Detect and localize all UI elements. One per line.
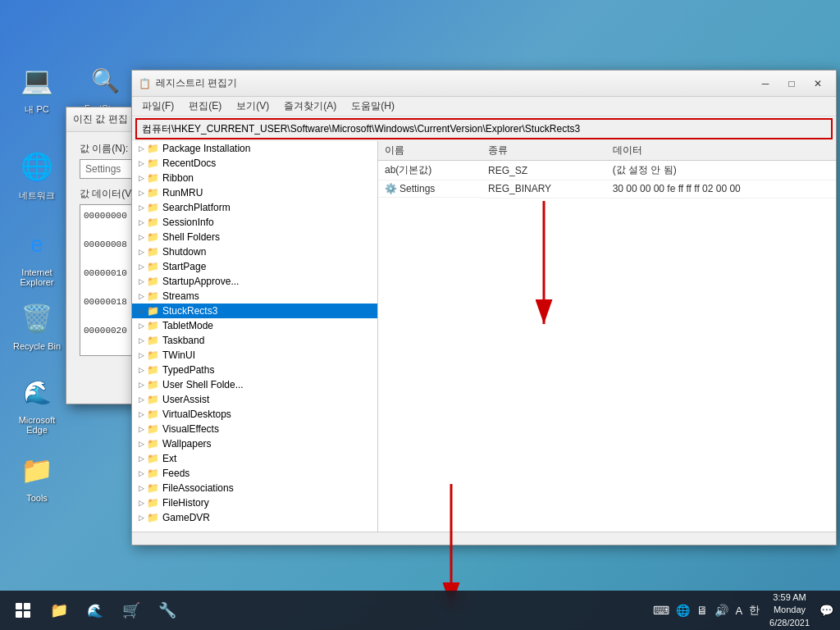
folder-icon: 📁: [147, 305, 160, 317]
folder-icon: 📁: [147, 335, 160, 346]
tree-label: StartupApprove...: [162, 276, 239, 287]
tree-item-visualeffects[interactable]: ▷ 📁 VisualEffects: [132, 422, 377, 436]
tree-item-package[interactable]: ▷ 📁 Package Installation: [132, 141, 377, 156]
tools-label: Tools: [26, 493, 48, 503]
tree-item-wallpapers[interactable]: ▷ 📁 Wallpapers: [132, 436, 377, 451]
expand-icon: ▷: [135, 276, 147, 287]
tree-item-twinui[interactable]: ▷ 📁 TWinUI: [132, 348, 377, 363]
menu-favorites[interactable]: 즐겨찾기(A): [277, 98, 343, 115]
expand-icon: ▷: [135, 438, 147, 450]
svg-rect-6: [16, 611, 22, 618]
tree-item-recentdocs[interactable]: ▷ 📁 RecentDocs: [132, 156, 377, 171]
tree-panel[interactable]: ▷ 📁 Package Installation ▷ 📁 RecentDocs …: [132, 141, 378, 532]
notification-icon[interactable]: 💬: [819, 604, 833, 617]
maximize-button[interactable]: □: [780, 75, 803, 93]
window-title: 레지스트리 편집기: [156, 76, 237, 90]
folder-icon: 📁: [147, 217, 160, 228]
tree-item-fileassociations[interactable]: ▷ 📁 FileAssociations: [132, 481, 377, 495]
tree-item-streams[interactable]: ▷ 📁 Streams: [132, 289, 377, 304]
browser-icon[interactable]: 🌐: [676, 604, 690, 617]
desktop-icon-recycle-bin[interactable]: 🗑️ Recycle Bin: [4, 295, 70, 354]
tree-item-userassist[interactable]: ▷ 📁 UserAssist: [132, 392, 377, 407]
menu-edit[interactable]: 편집(E): [182, 98, 228, 115]
tree-label: UserAssist: [162, 394, 209, 405]
expand-icon: ▷: [135, 409, 147, 420]
expand-icon: ▷: [135, 202, 147, 213]
value-type: REG_SZ: [482, 161, 606, 180]
desktop-icon-ie[interactable]: e InternetExplorer: [4, 221, 70, 290]
tree-item-runmru[interactable]: ▷ 📁 RunMRU: [132, 185, 377, 200]
expand-icon: ▷: [135, 172, 147, 184]
tree-item-typedpaths[interactable]: ▷ 📁 TypedPaths: [132, 363, 377, 377]
display-icon[interactable]: 🖥: [696, 604, 708, 617]
tree-item-searchplatform[interactable]: ▷ 📁 SearchPlatform: [132, 200, 377, 215]
address-bar[interactable]: 컴퓨터\HKEY_CURRENT_USER\Software\Microsoft…: [135, 118, 833, 139]
tree-item-stuckrects3[interactable]: ▷ 📁 StuckRects3: [132, 304, 377, 318]
taskbar-edge[interactable]: 🌊: [79, 594, 112, 627]
table-row[interactable]: ⚙️ Settings REG_BINARY 30 00 00 00 fe ff…: [378, 180, 836, 199]
folder-icon: 📁: [147, 512, 160, 523]
tree-item-tabletmode[interactable]: ▷ 📁 TabletMode: [132, 318, 377, 333]
system-tray: ⌨ 🌐 🖥 🔊 A 한: [653, 603, 760, 618]
close-button[interactable]: ✕: [806, 75, 829, 93]
tree-label: Ribbon: [162, 172, 194, 184]
clock[interactable]: 3:59 AM Monday 6/28/2021: [765, 590, 815, 630]
menu-view[interactable]: 보기(V): [230, 98, 276, 115]
tree-item-feeds[interactable]: ▷ 📁 Feeds: [132, 466, 377, 481]
minimize-button[interactable]: ─: [754, 75, 777, 93]
tree-item-filehistory[interactable]: ▷ 📁 FileHistory: [132, 495, 377, 510]
tree-item-shutdown[interactable]: ▷ 📁 Shutdown: [132, 244, 377, 259]
taskbar-file-explorer[interactable]: 📁: [43, 594, 75, 627]
tree-item-sessioninfo[interactable]: ▷ 📁 SessionInfo: [132, 215, 377, 230]
tree-label: Shutdown: [162, 246, 206, 258]
menu-file[interactable]: 파일(F): [135, 98, 180, 115]
desktop-icon-my-pc[interactable]: 💻 내 PC: [4, 57, 70, 119]
tree-item-shellfolders[interactable]: ▷ 📁 Shell Folders: [132, 230, 377, 244]
regedit-window: 📋 레지스트리 편집기 ─ □ ✕ 파일(F) 편집(E) 보기(V) 즐겨찾기…: [131, 70, 837, 546]
start-button[interactable]: [7, 594, 39, 627]
taskbar-tools[interactable]: 🔧: [151, 594, 184, 627]
expand-icon: ▷: [135, 290, 147, 302]
tree-label: TypedPaths: [162, 364, 214, 376]
taskbar-store[interactable]: 🛒: [115, 594, 148, 627]
tree-item-usershellfolde[interactable]: ▷ 📁 User Shell Folde...: [132, 377, 377, 392]
edge-icon: 🌊: [17, 372, 57, 412]
volume-icon[interactable]: 🔊: [714, 604, 728, 617]
values-panel[interactable]: 이름 종류 데이터 ab(기본값) REG_SZ (값 설정 안 됨) ⚙️ S…: [378, 141, 836, 532]
folder-icon: 📁: [147, 158, 160, 169]
tree-item-ribbon[interactable]: ▷ 📁 Ribbon: [132, 171, 377, 185]
desktop-icon-edge[interactable]: 🌊 MicrosoftEdge: [4, 369, 70, 438]
tree-label: TWinUI: [162, 349, 195, 361]
folder-icon: 📁: [147, 409, 160, 420]
tree-item-virtualdesktops[interactable]: ▷ 📁 VirtualDesktops: [132, 407, 377, 422]
folder-icon: 📁: [147, 497, 160, 509]
folder-icon: 📁: [147, 423, 160, 435]
expand-icon: ▷: [135, 497, 147, 509]
folder-icon: 📁: [147, 482, 160, 494]
address-text: 컴퓨터\HKEY_CURRENT_USER\Software\Microsoft…: [142, 122, 580, 136]
tree-item-startpage[interactable]: ▷ 📁 StartPage: [132, 259, 377, 274]
tree-item-startupapproved[interactable]: ▷ 📁 StartupApprove...: [132, 274, 377, 289]
desktop-icon-tools[interactable]: 📁 Tools: [4, 447, 70, 506]
expand-icon: ▷: [135, 349, 147, 361]
tree-item-ext[interactable]: ▷ 📁 Ext: [132, 451, 377, 466]
menu-help[interactable]: 도움말(H): [345, 98, 401, 115]
folder-icon: 📁: [147, 187, 160, 199]
language-han[interactable]: 한: [749, 603, 760, 618]
tree-item-taskband[interactable]: ▷ 📁 Taskband: [132, 333, 377, 348]
day-display: Monday: [769, 604, 810, 616]
tree-item-gamedvr[interactable]: ▷ 📁 GameDVR: [132, 510, 377, 525]
desktop-icon-network[interactable]: 🌐 네트워크: [4, 144, 70, 205]
table-row[interactable]: ab(기본값) REG_SZ (값 설정 안 됨): [378, 161, 836, 180]
language-a[interactable]: A: [735, 605, 742, 617]
values-table: 이름 종류 데이터 ab(기본값) REG_SZ (값 설정 안 됨) ⚙️ S…: [378, 141, 836, 199]
taskbar-right: ⌨ 🌐 🖥 🔊 A 한 3:59 AM Monday 6/28/2021 💬: [653, 590, 833, 630]
tree-label: FileAssociations: [162, 482, 234, 494]
horizontal-scrollbar[interactable]: [132, 532, 836, 545]
value-data: (값 설정 안 됨): [606, 161, 836, 180]
tree-label: RunMRU: [162, 187, 203, 199]
ie-icon: e: [17, 225, 57, 264]
regedit-icon: 📋: [139, 78, 151, 89]
expand-icon: ▷: [135, 246, 147, 258]
keyboard-icon[interactable]: ⌨: [653, 604, 669, 617]
